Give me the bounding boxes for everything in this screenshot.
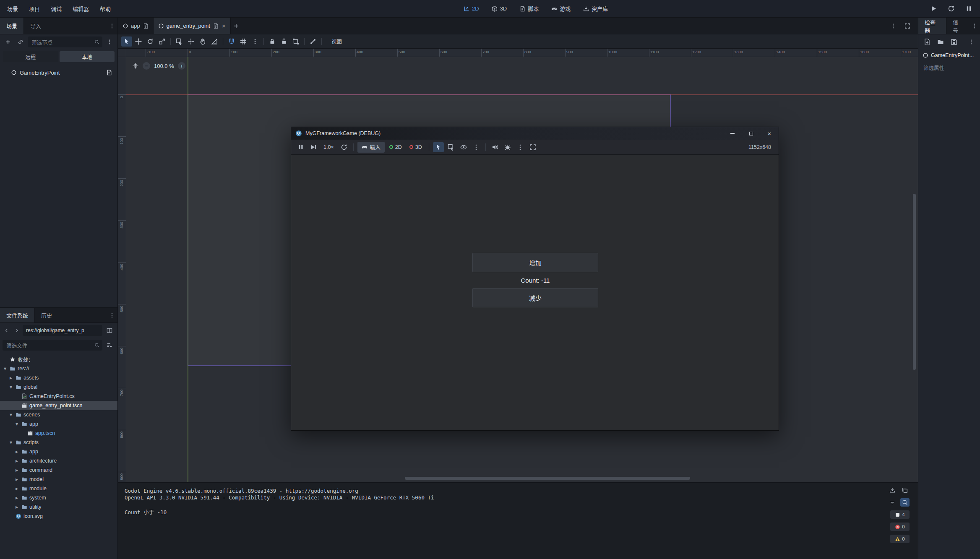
script-icon[interactable]	[106, 70, 112, 75]
unlock-selected-button[interactable]	[279, 36, 289, 47]
debug-options-menu[interactable]	[502, 142, 513, 152]
file-tree-item[interactable]: ▼scenes	[0, 410, 117, 419]
restart-button[interactable]	[946, 4, 957, 14]
game-list-select-tool[interactable]	[446, 142, 456, 152]
tab-历史[interactable]: 历史	[35, 308, 58, 322]
tree-arrow-icon[interactable]: ▼	[8, 385, 13, 389]
scene-tab-game_entry_point[interactable]: game_entry_point×	[153, 18, 231, 34]
move-tool[interactable]	[133, 36, 144, 47]
split-view-button[interactable]	[104, 325, 115, 335]
game-window-titlebar[interactable]: MyGFrameworkGame (DEBUG) ×	[291, 127, 779, 140]
nav-forward-button[interactable]	[13, 325, 21, 335]
group-selected-button[interactable]	[290, 36, 301, 47]
new-resource-button[interactable]	[922, 37, 933, 47]
file-tree-item[interactable]: ▶system	[0, 493, 117, 502]
scene-tree-item[interactable]: GameEntryPoint	[0, 67, 117, 78]
tree-arrow-icon[interactable]: ▶	[14, 478, 19, 481]
pan-tool[interactable]	[197, 36, 208, 47]
view-menu-button[interactable]: 视图	[327, 36, 346, 47]
file-tree-item[interactable]: ▶architecture	[0, 456, 117, 465]
file-tree-item[interactable]: ▼app	[0, 419, 117, 429]
menu-项目[interactable]: 项目	[23, 0, 45, 17]
current-path-box[interactable]: res://global/game_entry_p	[23, 325, 102, 336]
scene-tab-app[interactable]: app	[118, 18, 153, 34]
vscroll-thumb[interactable]	[913, 194, 916, 370]
source-toggle-本地[interactable]: 本地	[60, 51, 115, 62]
file-tree-item[interactable]: ▶utility	[0, 502, 117, 512]
zoom-out-button[interactable]: −	[143, 62, 150, 70]
ruler-tool[interactable]	[209, 36, 220, 47]
tree-arrow-icon[interactable]: ▶	[8, 376, 13, 380]
errors-badge[interactable]: 0	[890, 523, 910, 531]
visibility-menu[interactable]	[458, 142, 469, 152]
source-toggle-远程[interactable]: 远程	[3, 51, 58, 62]
tree-arrow-icon[interactable]: ▶	[14, 487, 19, 491]
instance-scene-button[interactable]	[15, 37, 26, 47]
file-tree-item[interactable]: C#GameEntryPoint.cs	[0, 392, 117, 401]
suspend-game-button[interactable]	[295, 142, 306, 152]
workspace-游戏[interactable]: 游戏	[547, 3, 575, 14]
zoom-in-button[interactable]: +	[178, 62, 185, 70]
selection-options-menu[interactable]	[471, 142, 482, 152]
play-button[interactable]	[928, 4, 939, 14]
maximize-button[interactable]	[742, 127, 760, 140]
increase-button[interactable]: 增加	[472, 253, 598, 272]
tree-arrow-icon[interactable]: ▼	[14, 422, 19, 426]
select-tool[interactable]	[121, 36, 132, 47]
add-node-button[interactable]	[3, 37, 13, 47]
tab-导入[interactable]: 导入	[24, 18, 47, 34]
filter-properties-input[interactable]: 筛选属性	[922, 62, 977, 73]
file-tree-item[interactable]: ▶model	[0, 475, 117, 484]
horizontal-scrollbar[interactable]	[128, 477, 908, 480]
file-tree-item[interactable]: ▼scripts	[0, 438, 117, 447]
file-tree-item[interactable]: ▼global	[0, 382, 117, 392]
save-log-button[interactable]	[888, 486, 897, 494]
file-tree-item[interactable]: game_entry_point.tscn	[0, 401, 117, 410]
pause-button[interactable]	[963, 4, 974, 14]
restart-game-button[interactable]	[339, 142, 349, 152]
grid-snap-toggle[interactable]	[238, 36, 249, 47]
expand-viewport-button[interactable]	[902, 21, 913, 31]
tab-场景[interactable]: 场景	[0, 18, 24, 34]
rotate-tool[interactable]	[145, 36, 156, 47]
workspace-2D[interactable]: 2D	[459, 4, 483, 13]
list-select-tool[interactable]	[174, 36, 185, 47]
menu-场景[interactable]: 场景	[2, 0, 23, 17]
tree-arrow-icon[interactable]: ▼	[3, 367, 8, 371]
copy-log-button[interactable]	[900, 486, 910, 494]
tree-arrow-icon[interactable]: ▼	[8, 441, 13, 445]
save-resource-button[interactable]	[949, 37, 959, 47]
pivot-tool[interactable]	[185, 36, 196, 47]
zoom-level[interactable]: 100.0 %	[154, 63, 174, 69]
filter-files-input[interactable]: 筛选文件	[3, 340, 102, 351]
close-button[interactable]: ×	[760, 127, 779, 140]
camera-3d-override-toggle[interactable]: 3D	[407, 142, 425, 153]
menu-调试[interactable]: 调试	[45, 0, 67, 17]
file-tree-item[interactable]: ▶module	[0, 484, 117, 493]
mute-audio-button[interactable]	[490, 142, 500, 152]
next-frame-button[interactable]	[308, 142, 319, 152]
search-log-button[interactable]	[900, 498, 910, 507]
vertical-scrollbar[interactable]	[913, 59, 916, 472]
decrease-button[interactable]: 减少	[472, 288, 598, 307]
file-tree-item[interactable]: ▼res://	[0, 364, 117, 373]
input-mode-button[interactable]: 输入	[357, 142, 385, 153]
file-tree-item[interactable]: ▶app	[0, 447, 117, 456]
filter-nodes-input[interactable]: 筛选节点	[28, 36, 102, 47]
minimize-button[interactable]	[723, 127, 742, 140]
workspace-3D[interactable]: 3D	[487, 4, 511, 13]
menu-帮助[interactable]: 帮助	[94, 0, 116, 17]
skeleton-options-menu[interactable]	[308, 36, 318, 47]
tree-arrow-icon[interactable]: ▼	[8, 413, 13, 417]
embed-fullscreen-button[interactable]	[527, 142, 538, 152]
snap-options-menu[interactable]	[250, 36, 261, 47]
hscroll-thumb[interactable]	[405, 477, 690, 480]
time-scale-button[interactable]: 1.0×	[321, 143, 337, 151]
file-tree-item[interactable]: 收藏：	[0, 355, 117, 364]
sort-files-button[interactable]	[104, 340, 115, 350]
close-tab-button[interactable]: ×	[222, 23, 226, 29]
lock-selected-button[interactable]	[267, 36, 278, 47]
smart-snap-toggle[interactable]	[226, 36, 237, 47]
workspace-资产库[interactable]: 资产库	[579, 3, 612, 14]
warnings-badge[interactable]: 0	[890, 535, 910, 543]
